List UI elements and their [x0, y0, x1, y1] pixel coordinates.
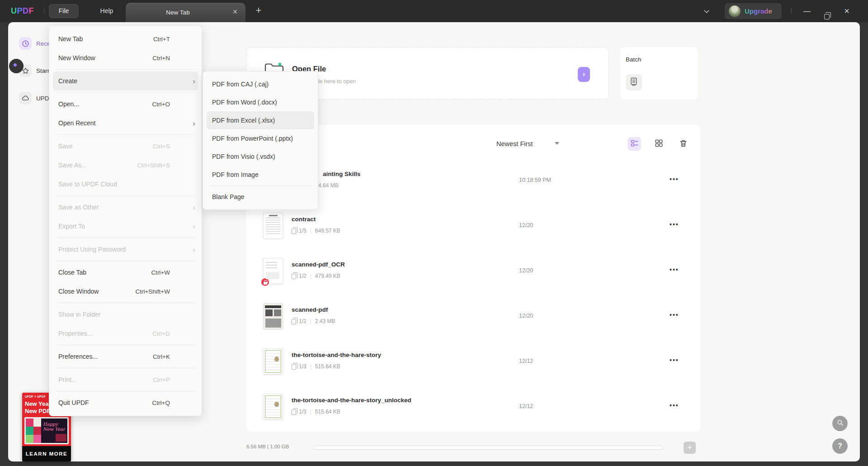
tab-close-button[interactable]: ×: [230, 7, 240, 17]
file-thumbnail: [263, 394, 283, 420]
collapse-toolbar-button[interactable]: [700, 0, 713, 22]
menu-item-shortcut: Ctrl+T: [153, 36, 193, 43]
menu-item-pdf-from-visio-vsdx[interactable]: PDF from Visio (.vsdx): [203, 147, 318, 166]
menu-item-open[interactable]: Open...Ctrl+O: [49, 95, 202, 114]
menu-item-open-recent[interactable]: Open Recent›: [49, 114, 202, 133]
menu-item-pdf-from-powerpoint-pptx[interactable]: PDF from PowerPoint (.pptx): [203, 129, 318, 147]
file-size: 479.49 KB: [315, 273, 340, 279]
file-more-button[interactable]: •••: [670, 221, 679, 228]
open-file-button[interactable]: ›: [578, 67, 590, 82]
menu-item-print[interactable]: Print...Ctrl+P: [49, 370, 202, 389]
menu-item-save[interactable]: SaveCtrl+S: [49, 137, 202, 156]
menu-item-label: Properties...: [58, 330, 92, 337]
menu-item-new-tab[interactable]: New TabCtrl+T: [49, 29, 202, 48]
menu-item-quit-updf[interactable]: Quit UPDFCtrl+Q: [49, 393, 202, 412]
menu-item-pdf-from-caj-caj[interactable]: PDF from CAJ (.caj): [203, 75, 318, 93]
titlebar-divider: |: [790, 0, 792, 21]
grid-view-button[interactable]: [652, 137, 665, 151]
upgrade-button[interactable]: Upgrade: [725, 3, 782, 19]
create-submenu: PDF from CAJ (.caj)PDF from Word (.docx)…: [203, 71, 318, 210]
menu-item-save-to-updf-cloud[interactable]: Save to UPDF Cloud: [49, 175, 202, 194]
file-more-button[interactable]: •••: [670, 176, 679, 183]
file-name: contract: [292, 216, 316, 223]
tab-new-tab[interactable]: New Tab ×: [126, 3, 245, 22]
add-storage-button[interactable]: +: [684, 442, 696, 454]
menu-separator: [56, 195, 195, 196]
menu-item-create[interactable]: Create›: [53, 71, 198, 90]
file-size: 649.57 KB: [315, 228, 340, 234]
sort-label: Newest First: [496, 140, 533, 147]
user-avatar[interactable]: [729, 5, 741, 17]
chevron-down-icon: [703, 7, 710, 15]
file-more-button[interactable]: •••: [670, 357, 679, 364]
menu-item-shortcut: Ctrl+D: [152, 330, 193, 337]
file-more-button[interactable]: •••: [670, 402, 679, 409]
pages-icon: [292, 228, 296, 234]
learn-more-button[interactable]: LEARN MORE: [22, 446, 71, 461]
batch-button[interactable]: [626, 74, 642, 90]
menu-item-new-window[interactable]: New WindowCtrl+N: [49, 48, 202, 67]
file-date: 12/20: [519, 313, 533, 319]
file-row-the-tortoise-and-the-hare-story[interactable]: the-tortoise-and-the-hare-story1/3|515.6…: [246, 339, 700, 385]
help-menu-button[interactable]: Help: [93, 4, 120, 18]
titlebar: UPDF | File Help New Tab × + Upgrade | —…: [0, 0, 868, 22]
menu-item-close-tab[interactable]: Close TabCtrl+W: [49, 263, 202, 282]
tab-label: New Tab: [166, 9, 189, 16]
file-row-contract[interactable]: contract1/5|649.57 KB12/20•••: [246, 204, 700, 249]
close-window-button[interactable]: ×: [837, 0, 856, 22]
file-row-scanned-pdf[interactable]: scanned-pdf1/2|2.43 MB12/20•••: [246, 294, 700, 339]
menu-item-show-in-folder[interactable]: Show in Folder: [49, 305, 202, 324]
page-count: 1/5: [299, 228, 307, 234]
meta-divider: |: [310, 273, 311, 279]
list-view-button[interactable]: [627, 137, 641, 151]
file-menu-button[interactable]: File: [49, 4, 79, 18]
menu-item-blank-page[interactable]: Blank Page: [203, 188, 318, 206]
list-view-icon: [630, 139, 639, 149]
menu-item-label: Open Recent: [58, 119, 96, 127]
menu-item-label: Close Tab: [58, 269, 86, 276]
file-more-button[interactable]: •••: [670, 266, 679, 273]
add-tab-button[interactable]: +: [251, 4, 266, 18]
menu-item-properties[interactable]: Properties...Ctrl+D: [49, 324, 202, 343]
sidebar-edge-handle[interactable]: [9, 59, 24, 73]
menu-item-shortcut: Ctrl+K: [153, 353, 193, 360]
menu-separator: [56, 368, 195, 368]
menu-item-preferences[interactable]: Preferences...Ctrl+K: [49, 347, 202, 366]
menu-item-pdf-from-word-docx[interactable]: PDF from Word (.docx): [203, 93, 318, 111]
menu-separator: [56, 69, 195, 70]
file-name: the-tortoise-and-the-hare-story: [292, 352, 381, 358]
trash-icon: [679, 139, 688, 149]
menu-item-save-as-other[interactable]: Save as Other›: [49, 198, 202, 217]
search-button[interactable]: [832, 416, 848, 431]
delete-button[interactable]: [676, 137, 690, 151]
file-date: 12/12: [519, 358, 533, 364]
menu-item-label: Save as Other: [58, 204, 99, 211]
file-row-scanned-pdf-ocr[interactable]: scanned-pdf_OCR1/2|479.49 KB12/20•••: [246, 249, 700, 294]
minimize-button[interactable]: —: [797, 0, 816, 22]
restore-button[interactable]: [817, 0, 836, 22]
menu-item-protect-using-password[interactable]: Protect Using Password›: [49, 240, 202, 259]
menu-item-label: Export To: [58, 223, 85, 230]
notification-dot: [14, 63, 17, 67]
sort-dropdown[interactable]: Newest First: [496, 138, 533, 149]
chevron-right-icon: ›: [193, 77, 195, 85]
titlebar-divider: |: [43, 0, 45, 21]
promo-logos: UPDF + UPDF: [25, 395, 46, 398]
logo-letter: P: [17, 6, 23, 15]
pages-icon: [292, 409, 296, 415]
pages-icon: [292, 319, 296, 324]
file-row-the-tortoise-and-the-hare-story-unlocked[interactable]: the-tortoise-and-the-hare-story_unlocked…: [246, 385, 700, 430]
menu-item-label: Print...: [58, 376, 76, 383]
file-name: the-tortoise-and-the-hare-story_unlocked: [292, 397, 411, 404]
menu-item-save-as[interactable]: Save As...Ctrl+Shift+S: [49, 156, 202, 175]
pages-icon: [292, 274, 296, 279]
menu-item-close-window[interactable]: Close WindowCtrl+Shift+W: [49, 282, 202, 301]
file-date: 12/20: [519, 222, 533, 228]
menu-item-pdf-from-excel-xlsx[interactable]: PDF from Excel (.xlsx): [207, 111, 314, 129]
file-more-button[interactable]: •••: [670, 311, 679, 319]
menu-item-export-to[interactable]: Export To›: [49, 217, 202, 236]
app-logo: UPDF: [11, 0, 34, 22]
help-button[interactable]: ?: [832, 438, 848, 454]
file-meta: 1/2|479.49 KB: [292, 273, 340, 279]
menu-item-pdf-from-image[interactable]: PDF from Image: [203, 166, 318, 184]
